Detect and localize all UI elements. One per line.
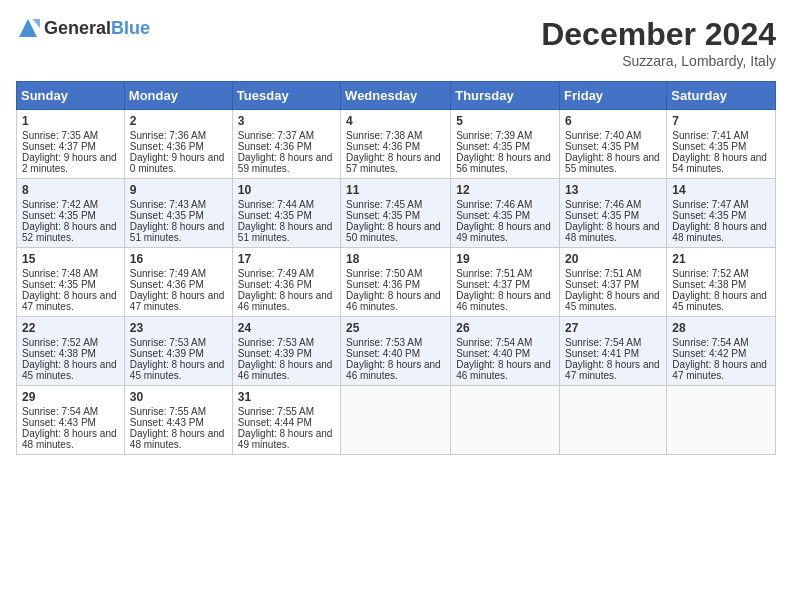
day-cell-25: 25 Sunrise: 7:53 AM Sunset: 4:40 PM Dayl… — [341, 317, 451, 386]
col-tuesday: Tuesday — [232, 82, 340, 110]
sunset-label: Sunset: 4:43 PM — [130, 417, 204, 428]
day-number: 18 — [346, 252, 445, 266]
day-number: 14 — [672, 183, 770, 197]
logo: GeneralBlue — [16, 16, 150, 40]
daylight-label: Daylight: 8 hours and 52 minutes. — [22, 221, 117, 243]
calendar-week-row: 8 Sunrise: 7:42 AM Sunset: 4:35 PM Dayli… — [17, 179, 776, 248]
sunset-label: Sunset: 4:40 PM — [346, 348, 420, 359]
sunrise-label: Sunrise: 7:40 AM — [565, 130, 641, 141]
day-cell-12: 12 Sunrise: 7:46 AM Sunset: 4:35 PM Dayl… — [451, 179, 560, 248]
logo-blue: Blue — [111, 18, 150, 38]
daylight-label: Daylight: 8 hours and 46 minutes. — [346, 290, 441, 312]
daylight-label: Daylight: 8 hours and 59 minutes. — [238, 152, 333, 174]
daylight-label: Daylight: 8 hours and 55 minutes. — [565, 152, 660, 174]
sunrise-label: Sunrise: 7:41 AM — [672, 130, 748, 141]
calendar-week-row: 15 Sunrise: 7:48 AM Sunset: 4:35 PM Dayl… — [17, 248, 776, 317]
day-number: 2 — [130, 114, 227, 128]
sunset-label: Sunset: 4:37 PM — [456, 279, 530, 290]
empty-cell — [341, 386, 451, 455]
day-cell-17: 17 Sunrise: 7:49 AM Sunset: 4:36 PM Dayl… — [232, 248, 340, 317]
daylight-label: Daylight: 8 hours and 50 minutes. — [346, 221, 441, 243]
sunrise-label: Sunrise: 7:36 AM — [130, 130, 206, 141]
day-cell-29: 29 Sunrise: 7:54 AM Sunset: 4:43 PM Dayl… — [17, 386, 125, 455]
sunrise-label: Sunrise: 7:49 AM — [238, 268, 314, 279]
day-cell-8: 8 Sunrise: 7:42 AM Sunset: 4:35 PM Dayli… — [17, 179, 125, 248]
calendar-table: Sunday Monday Tuesday Wednesday Thursday… — [16, 81, 776, 455]
logo-icon — [16, 16, 40, 40]
day-number: 29 — [22, 390, 119, 404]
sunset-label: Sunset: 4:39 PM — [238, 348, 312, 359]
daylight-label: Daylight: 8 hours and 51 minutes. — [130, 221, 225, 243]
daylight-label: Daylight: 8 hours and 47 minutes. — [130, 290, 225, 312]
day-cell-31: 31 Sunrise: 7:55 AM Sunset: 4:44 PM Dayl… — [232, 386, 340, 455]
day-cell-15: 15 Sunrise: 7:48 AM Sunset: 4:35 PM Dayl… — [17, 248, 125, 317]
col-saturday: Saturday — [667, 82, 776, 110]
day-cell-26: 26 Sunrise: 7:54 AM Sunset: 4:40 PM Dayl… — [451, 317, 560, 386]
sunrise-label: Sunrise: 7:55 AM — [130, 406, 206, 417]
empty-cell — [560, 386, 667, 455]
sunset-label: Sunset: 4:36 PM — [346, 279, 420, 290]
daylight-label: Daylight: 8 hours and 47 minutes. — [672, 359, 767, 381]
logo-general: General — [44, 18, 111, 38]
daylight-label: Daylight: 9 hours and 2 minutes. — [22, 152, 117, 174]
daylight-label: Daylight: 8 hours and 48 minutes. — [672, 221, 767, 243]
sunrise-label: Sunrise: 7:42 AM — [22, 199, 98, 210]
day-cell-27: 27 Sunrise: 7:54 AM Sunset: 4:41 PM Dayl… — [560, 317, 667, 386]
day-number: 5 — [456, 114, 554, 128]
page-header: GeneralBlue December 2024 Suzzara, Lomba… — [16, 16, 776, 69]
sunrise-label: Sunrise: 7:48 AM — [22, 268, 98, 279]
day-number: 30 — [130, 390, 227, 404]
daylight-label: Daylight: 9 hours and 0 minutes. — [130, 152, 225, 174]
sunrise-label: Sunrise: 7:46 AM — [565, 199, 641, 210]
daylight-label: Daylight: 8 hours and 46 minutes. — [456, 290, 551, 312]
sunrise-label: Sunrise: 7:51 AM — [456, 268, 532, 279]
calendar-header-row: Sunday Monday Tuesday Wednesday Thursday… — [17, 82, 776, 110]
day-number: 11 — [346, 183, 445, 197]
sunrise-label: Sunrise: 7:53 AM — [346, 337, 422, 348]
location: Suzzara, Lombardy, Italy — [541, 53, 776, 69]
day-cell-16: 16 Sunrise: 7:49 AM Sunset: 4:36 PM Dayl… — [124, 248, 232, 317]
day-cell-7: 7 Sunrise: 7:41 AM Sunset: 4:35 PM Dayli… — [667, 110, 776, 179]
day-cell-1: 1 Sunrise: 7:35 AM Sunset: 4:37 PM Dayli… — [17, 110, 125, 179]
sunrise-label: Sunrise: 7:54 AM — [22, 406, 98, 417]
calendar-week-row: 1 Sunrise: 7:35 AM Sunset: 4:37 PM Dayli… — [17, 110, 776, 179]
day-number: 28 — [672, 321, 770, 335]
sunset-label: Sunset: 4:36 PM — [238, 141, 312, 152]
empty-cell — [667, 386, 776, 455]
day-number: 3 — [238, 114, 335, 128]
daylight-label: Daylight: 8 hours and 47 minutes. — [22, 290, 117, 312]
day-number: 9 — [130, 183, 227, 197]
daylight-label: Daylight: 8 hours and 46 minutes. — [456, 359, 551, 381]
sunrise-label: Sunrise: 7:52 AM — [672, 268, 748, 279]
sunset-label: Sunset: 4:35 PM — [22, 279, 96, 290]
daylight-label: Daylight: 8 hours and 46 minutes. — [346, 359, 441, 381]
col-thursday: Thursday — [451, 82, 560, 110]
sunset-label: Sunset: 4:43 PM — [22, 417, 96, 428]
day-cell-11: 11 Sunrise: 7:45 AM Sunset: 4:35 PM Dayl… — [341, 179, 451, 248]
sunset-label: Sunset: 4:35 PM — [130, 210, 204, 221]
daylight-label: Daylight: 8 hours and 51 minutes. — [238, 221, 333, 243]
day-cell-6: 6 Sunrise: 7:40 AM Sunset: 4:35 PM Dayli… — [560, 110, 667, 179]
sunrise-label: Sunrise: 7:52 AM — [22, 337, 98, 348]
daylight-label: Daylight: 8 hours and 46 minutes. — [238, 290, 333, 312]
day-number: 7 — [672, 114, 770, 128]
day-number: 27 — [565, 321, 661, 335]
daylight-label: Daylight: 8 hours and 54 minutes. — [672, 152, 767, 174]
empty-cell — [451, 386, 560, 455]
sunset-label: Sunset: 4:35 PM — [672, 210, 746, 221]
sunset-label: Sunset: 4:41 PM — [565, 348, 639, 359]
sunrise-label: Sunrise: 7:37 AM — [238, 130, 314, 141]
sunrise-label: Sunrise: 7:45 AM — [346, 199, 422, 210]
sunset-label: Sunset: 4:35 PM — [565, 141, 639, 152]
sunrise-label: Sunrise: 7:51 AM — [565, 268, 641, 279]
day-number: 17 — [238, 252, 335, 266]
daylight-label: Daylight: 8 hours and 48 minutes. — [130, 428, 225, 450]
daylight-label: Daylight: 8 hours and 48 minutes. — [565, 221, 660, 243]
day-number: 20 — [565, 252, 661, 266]
day-number: 8 — [22, 183, 119, 197]
daylight-label: Daylight: 8 hours and 57 minutes. — [346, 152, 441, 174]
sunset-label: Sunset: 4:35 PM — [672, 141, 746, 152]
sunrise-label: Sunrise: 7:50 AM — [346, 268, 422, 279]
sunset-label: Sunset: 4:35 PM — [456, 210, 530, 221]
daylight-label: Daylight: 8 hours and 47 minutes. — [565, 359, 660, 381]
